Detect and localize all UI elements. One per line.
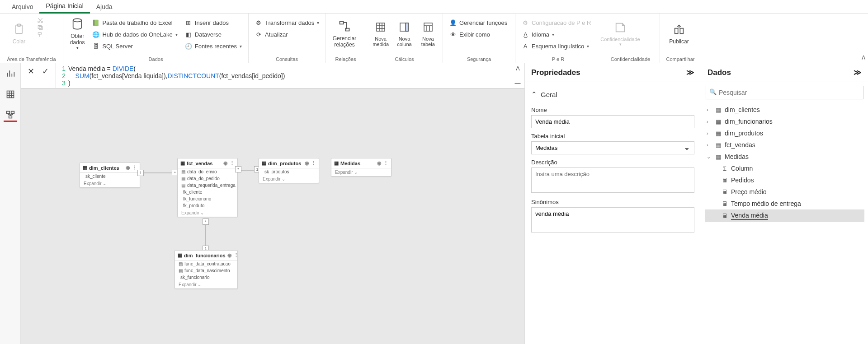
- data-panel-title: Dados: [708, 68, 731, 77]
- properties-collapse-button[interactable]: ≫: [686, 68, 694, 77]
- publish-button[interactable]: Publicar: [665, 15, 693, 51]
- model-view-button[interactable]: [4, 108, 17, 122]
- share-group-label: Compartilhar: [665, 56, 696, 62]
- more-icon[interactable]: ⋮: [230, 160, 235, 166]
- data-group-label: Dados: [68, 56, 244, 62]
- new-column-button[interactable]: Nova coluna: [394, 15, 414, 51]
- description-label: Descrição: [531, 159, 694, 166]
- menu-inicio[interactable]: Página Inicial: [39, 0, 90, 14]
- svg-rect-16: [6, 111, 9, 113]
- menu-ajuda[interactable]: Ajuda: [90, 0, 119, 13]
- chevron-down-icon[interactable]: ⌄: [103, 181, 106, 186]
- table-card-dim-produtos[interactable]: ▦dim_produtos◉⋮ sk_produtos Expandir ⌄: [259, 158, 319, 183]
- enter-data-button[interactable]: ⊞Inserir dados: [183, 17, 244, 28]
- formula-expand-down-button[interactable]: —: [515, 79, 521, 86]
- search-icon: 🔍: [709, 88, 717, 95]
- table-plus-icon: ⊞: [185, 19, 192, 26]
- table-card-dim-clientes[interactable]: ▦dim_clientes◉⋮ sk_cliente Expandir ⌄: [80, 163, 140, 188]
- roles-icon: 👤: [449, 19, 457, 26]
- home-table-label: Tabela inicial: [531, 133, 694, 139]
- menu-arquivo[interactable]: Arquivo: [5, 0, 39, 13]
- formula-editor[interactable]: 1Venda média = DIVIDE( 2 SUM(fct_vendas[…: [55, 63, 511, 88]
- table-card-medidas[interactable]: ▦Medidas◉⋮ Expandir ⌄: [331, 158, 392, 177]
- refresh-icon: ⟳: [255, 31, 262, 38]
- format-painter-icon[interactable]: [37, 32, 43, 38]
- ribbon: Colar Área de Transferência Obter dados …: [0, 14, 868, 63]
- transform-data-button[interactable]: ⚙Transformar dados: [253, 17, 321, 28]
- table-icon: ▦: [83, 165, 87, 171]
- search-input[interactable]: [706, 86, 863, 99]
- ribbon-collapse-button[interactable]: ᐱ: [862, 55, 865, 61]
- copy-icon[interactable]: [37, 24, 43, 31]
- tree-table-dim-clientes[interactable]: ›▦dim_clientes: [705, 104, 864, 116]
- excel-workbook-button[interactable]: 📗Pasta de trabalho do Excel: [90, 17, 179, 28]
- sensitivity-button[interactable]: Confidencialidade ▾: [606, 15, 635, 51]
- data-panel-collapse-button[interactable]: ≫: [854, 68, 862, 77]
- visibility-icon[interactable]: ◉: [223, 160, 228, 166]
- cancel-formula-button[interactable]: ✕: [25, 66, 36, 77]
- tree-table-medidas[interactable]: ⌄▦Medidas: [705, 151, 864, 163]
- qa-config-button[interactable]: ⚙Configuração de P e R: [520, 17, 593, 28]
- sens-group-label: Confidencialidade: [606, 56, 655, 62]
- tree-measure-preco-medio[interactable]: 🖩Preço médio: [705, 186, 864, 198]
- more-icon[interactable]: ⋮: [311, 160, 316, 166]
- report-view-button[interactable]: [4, 67, 17, 80]
- model-canvas[interactable]: ▦dim_clientes◉⋮ sk_cliente Expandir ⌄ 1 …: [21, 88, 524, 344]
- visibility-icon[interactable]: ◉: [227, 252, 232, 258]
- tree-measure-pedidos[interactable]: 🖩Pedidos: [705, 174, 864, 186]
- chevron-down-icon[interactable]: ⌄: [198, 282, 201, 287]
- chevron-down-icon[interactable]: ⌄: [282, 177, 285, 181]
- paste-button[interactable]: Colar: [5, 15, 33, 51]
- table-icon: ▦: [178, 252, 182, 258]
- more-icon[interactable]: ⋮: [234, 252, 239, 258]
- tree-table-dim-produtos[interactable]: ›▦dim_produtos: [705, 127, 864, 139]
- general-section-toggle[interactable]: ⌃ Geral: [531, 87, 694, 102]
- sql-server-button[interactable]: 🗄SQL Server: [90, 41, 179, 51]
- formula-expand-up-button[interactable]: ᐱ: [516, 65, 520, 72]
- home-table-select[interactable]: Medidas: [531, 141, 694, 154]
- visibility-icon[interactable]: ◉: [305, 160, 309, 166]
- tree-measure-tempo-entrega[interactable]: 🖩Tempo médio de entrega: [705, 198, 864, 209]
- svg-rect-15: [7, 91, 14, 98]
- sensitivity-icon: [613, 20, 627, 35]
- column-icon: [397, 20, 411, 34]
- language-icon: A̲: [522, 31, 529, 38]
- dataverse-button[interactable]: ◧Dataverse: [183, 29, 244, 40]
- visibility-icon[interactable]: ◉: [126, 165, 130, 171]
- visibility-icon[interactable]: ◉: [377, 160, 382, 166]
- get-data-button[interactable]: Obter dados ▾: [68, 15, 87, 51]
- new-table-button[interactable]: Nova tabela: [418, 15, 438, 51]
- svg-rect-7: [340, 22, 344, 24]
- manage-roles-button[interactable]: 👤Gerenciar funções: [448, 17, 509, 28]
- tree-measure-column[interactable]: ΣColumn: [705, 163, 864, 174]
- language-button[interactable]: A̲Idioma: [520, 29, 593, 40]
- svg-rect-11: [406, 23, 408, 31]
- tree-table-fct-vendas[interactable]: ›▦fct_vendas: [705, 139, 864, 151]
- name-input[interactable]: [531, 115, 694, 128]
- onelake-hub-button[interactable]: 🌐Hub de dados do OneLake: [90, 29, 179, 40]
- chevron-down-icon[interactable]: ⌄: [200, 210, 204, 215]
- svg-rect-8: [345, 28, 349, 31]
- chevron-down-icon[interactable]: ⌄: [354, 170, 358, 175]
- data-view-button[interactable]: [4, 88, 17, 101]
- tree-measure-venda-media[interactable]: 🖩Venda média: [705, 209, 864, 222]
- refresh-button[interactable]: ⟳Atualizar: [253, 29, 321, 40]
- linguistic-schema-button[interactable]: AEsquema linguístico: [520, 41, 593, 51]
- more-icon[interactable]: ⋮: [132, 165, 137, 171]
- recent-sources-button[interactable]: 🕘Fontes recentes: [183, 41, 244, 51]
- qa-group-label: P e R: [520, 56, 596, 62]
- description-input[interactable]: [531, 167, 694, 193]
- table-card-dim-funcionarios[interactable]: ▦dim_funcionarios◉⋮ ▤func_data_contratac…: [175, 250, 238, 289]
- tree-table-dim-funcionarios[interactable]: ›▦dim_funcionarios: [705, 116, 864, 127]
- more-icon[interactable]: ⋮: [383, 160, 388, 166]
- commit-formula-button[interactable]: ✓: [40, 66, 51, 77]
- new-measure-button[interactable]: Nova medida: [371, 15, 391, 51]
- clipboard-group-label: Área de Transferência: [5, 56, 58, 62]
- view-as-button[interactable]: 👁Exibir como: [448, 29, 509, 40]
- paste-label: Colar: [13, 38, 26, 45]
- cut-icon[interactable]: [37, 17, 43, 23]
- table-card-fct-vendas[interactable]: ▦fct_vendas◉⋮ ▤data_do_envio ▤data_do_pe…: [177, 158, 238, 217]
- svg-point-6: [73, 19, 82, 22]
- synonyms-input[interactable]: [531, 207, 694, 232]
- manage-relations-button[interactable]: Gerenciar relações: [330, 15, 359, 51]
